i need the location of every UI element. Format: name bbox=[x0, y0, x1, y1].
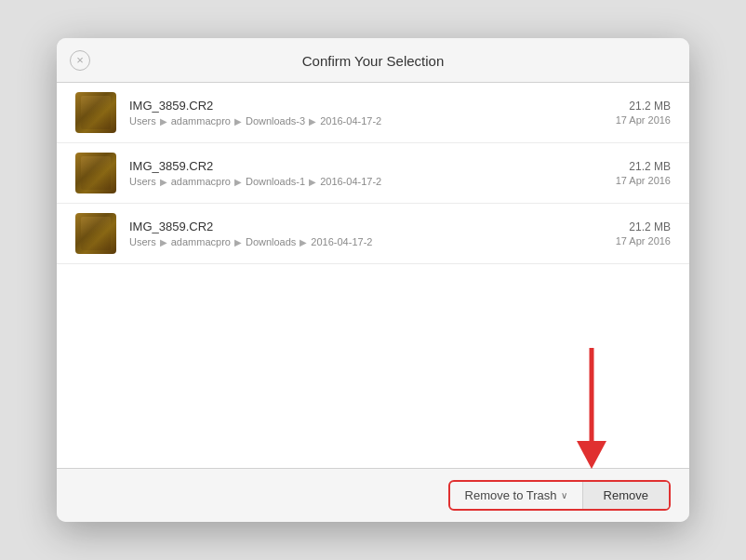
close-icon: × bbox=[76, 54, 84, 66]
file-thumbnail bbox=[75, 153, 116, 193]
remove-button[interactable]: Remove bbox=[583, 482, 669, 509]
file-info: IMG_3859.CR2Users▶adammacpro▶Downloads-3… bbox=[129, 99, 597, 127]
file-name: IMG_3859.CR2 bbox=[129, 220, 597, 233]
file-item: IMG_3859.CR2Users▶adammacpro▶Downloads▶2… bbox=[57, 204, 689, 264]
file-info: IMG_3859.CR2Users▶adammacpro▶Downloads-1… bbox=[129, 159, 597, 187]
dialog-header: × Confirm Your Selection bbox=[57, 38, 689, 83]
path-separator-icon: ▶ bbox=[160, 177, 167, 187]
file-date: 17 Apr 2016 bbox=[616, 175, 671, 186]
file-meta: 21.2 MB17 Apr 2016 bbox=[616, 160, 671, 186]
path-separator-icon: ▶ bbox=[309, 177, 316, 187]
remove-trash-label: Remove to Trash bbox=[465, 488, 557, 502]
file-date: 17 Apr 2016 bbox=[616, 114, 671, 126]
file-name: IMG_3859.CR2 bbox=[129, 99, 597, 113]
close-button[interactable]: × bbox=[70, 50, 90, 71]
file-item: IMG_3859.CR2Users▶adammacpro▶Downloads-3… bbox=[57, 83, 689, 143]
file-thumbnail bbox=[75, 213, 116, 254]
file-name: IMG_3859.CR2 bbox=[129, 159, 597, 173]
path-separator-icon: ▶ bbox=[234, 237, 242, 247]
path-separator-icon: ▶ bbox=[234, 116, 242, 127]
footer-actions: Remove to Trash ∨ Remove bbox=[448, 480, 671, 511]
file-meta: 21.2 MB17 Apr 2016 bbox=[616, 220, 671, 247]
empty-space bbox=[57, 264, 689, 450]
remove-to-trash-button[interactable]: Remove to Trash ∨ bbox=[450, 482, 583, 509]
path-separator-icon: ▶ bbox=[160, 116, 167, 127]
path-separator-icon: ▶ bbox=[309, 116, 316, 127]
file-path: Users▶adammacpro▶Downloads-3▶2016-04-17-… bbox=[129, 115, 597, 127]
path-separator-icon: ▶ bbox=[234, 177, 242, 187]
dialog-title: Confirm Your Selection bbox=[302, 53, 445, 69]
path-separator-icon: ▶ bbox=[160, 237, 167, 247]
path-separator-icon: ▶ bbox=[300, 237, 307, 247]
file-thumbnail bbox=[75, 92, 116, 133]
confirm-dialog: × Confirm Your Selection IMG_3859.CR2Use… bbox=[57, 38, 689, 522]
dialog-footer: Remove to Trash ∨ Remove bbox=[57, 468, 689, 522]
file-size: 21.2 MB bbox=[616, 100, 671, 113]
chevron-down-icon: ∨ bbox=[561, 490, 567, 500]
file-date: 17 Apr 2016 bbox=[616, 235, 671, 247]
file-meta: 21.2 MB17 Apr 2016 bbox=[616, 100, 671, 126]
file-size: 21.2 MB bbox=[616, 160, 671, 173]
dialog-body: IMG_3859.CR2Users▶adammacpro▶Downloads-3… bbox=[57, 83, 689, 468]
file-path: Users▶adammacpro▶Downloads-1▶2016-04-17-… bbox=[129, 176, 597, 187]
file-path: Users▶adammacpro▶Downloads▶2016-04-17-2 bbox=[129, 236, 597, 247]
file-item: IMG_3859.CR2Users▶adammacpro▶Downloads-1… bbox=[57, 143, 689, 204]
file-info: IMG_3859.CR2Users▶adammacpro▶Downloads▶2… bbox=[129, 220, 597, 247]
file-size: 21.2 MB bbox=[616, 220, 671, 233]
